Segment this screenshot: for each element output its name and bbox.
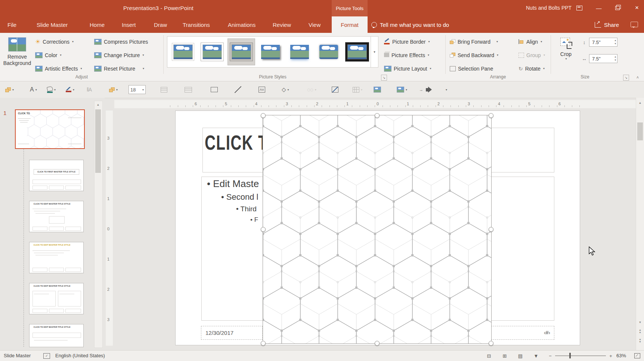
- language-label[interactable]: English (United States): [55, 353, 105, 358]
- tab-transitions[interactable]: Transitions: [182, 16, 211, 33]
- toolbar-overflow-button[interactable]: ▾: [445, 85, 447, 94]
- crop-button[interactable]: Crop ▾: [555, 35, 577, 73]
- change-picture-button[interactable]: Change Picture▾: [94, 49, 144, 61]
- resize-handle-middle-right[interactable]: [489, 227, 493, 232]
- close-button[interactable]: ×: [631, 3, 643, 13]
- tab-draw[interactable]: Draw: [153, 16, 168, 33]
- spell-check-icon[interactable]: ✓: [43, 353, 50, 359]
- tab-home[interactable]: Home: [89, 16, 105, 33]
- date-placeholder[interactable]: 12/30/2017: [201, 326, 263, 340]
- picture-style-white-frame[interactable]: [199, 39, 226, 65]
- next-slide-button[interactable]: ▼▼: [636, 337, 644, 345]
- picture-style-metal-frame-selected[interactable]: [228, 39, 255, 65]
- tab-review[interactable]: Review: [272, 16, 292, 33]
- reset-picture-button[interactable]: Reset Picture▾: [94, 63, 144, 74]
- bullet-level-2[interactable]: • Second l: [221, 192, 258, 202]
- pictures-button[interactable]: ▾: [397, 85, 407, 94]
- thumbnail-title-slide-layout[interactable]: CLICK TO FIRST MASTER TITLE STYLE: [29, 160, 84, 191]
- previous-slide-button[interactable]: ▲▲: [636, 327, 644, 335]
- align-button[interactable]: Align▾: [518, 36, 542, 47]
- scrollbar-thumb[interactable]: [637, 122, 643, 140]
- view-status-label[interactable]: Slide Master: [4, 353, 31, 358]
- zoom-in-button[interactable]: +: [607, 352, 615, 359]
- tab-format-active[interactable]: Format: [332, 16, 368, 33]
- resize-handle-bottom-middle[interactable]: [375, 341, 380, 346]
- tab-slide-master[interactable]: Slide Master: [36, 16, 68, 33]
- group-button-disabled[interactable]: Group▾: [518, 49, 545, 61]
- remove-background-button[interactable]: RemoveBackground: [2, 35, 32, 73]
- picture-style-shadow[interactable]: [257, 39, 284, 65]
- outline-color-button[interactable]: ▾: [66, 85, 74, 94]
- gallery-more-button[interactable]: ▾: [371, 37, 378, 67]
- merge-shapes-button-disabled[interactable]: ◌◌▾: [307, 85, 316, 94]
- scroll-down-icon[interactable]: ▼: [636, 319, 644, 326]
- normal-view-button[interactable]: ⊟: [485, 352, 493, 359]
- slide-sorter-view-button[interactable]: ⊞: [501, 352, 509, 359]
- font-size-combobox[interactable]: 18▾: [129, 85, 146, 94]
- scroll-up-icon[interactable]: ▲: [95, 101, 102, 108]
- scrollbar-thumb[interactable]: [95, 109, 101, 173]
- shape-height-field[interactable]: 7.5" ▴▾: [589, 38, 617, 47]
- resize-handle-bottom-right[interactable]: [489, 341, 493, 346]
- vertical-scrollbar[interactable]: ▲ ▼ ▲▲ ▼▼: [636, 98, 644, 361]
- collapse-ribbon-button[interactable]: ˄: [635, 75, 640, 80]
- align-text-button-disabled[interactable]: [161, 85, 167, 94]
- fill-color-button[interactable]: ▾: [47, 85, 56, 94]
- bullet-level-3[interactable]: • Third: [236, 205, 257, 213]
- picture-style-soft-edge[interactable]: [315, 39, 342, 65]
- height-spinner-arrows[interactable]: ▴▾: [614, 38, 616, 45]
- picture-styles-dialog-launcher[interactable]: ↘: [381, 75, 387, 81]
- resize-handle-top-middle[interactable]: [375, 113, 380, 118]
- scroll-up-icon[interactable]: ▲: [636, 99, 644, 106]
- size-dialog-launcher[interactable]: ↘: [623, 75, 629, 81]
- thumbnail-comparison-layout[interactable]: CLICK TO EDIT MASTER TITLE STYLE: [29, 324, 84, 347]
- slideshow-button[interactable]: ▼: [532, 352, 540, 359]
- shape-width-field[interactable]: 7.5" ▴▾: [589, 54, 617, 63]
- zoom-slider-track[interactable]: [555, 355, 606, 356]
- compress-pictures-button[interactable]: Compress Pictures: [94, 36, 148, 47]
- tab-animations[interactable]: Animations: [227, 16, 256, 33]
- thumbnail-title-content-layout[interactable]: CLICK TO EDIT MASTER TITLE STYLE: [29, 201, 84, 232]
- reading-view-button[interactable]: ▤: [516, 352, 524, 359]
- screenshot-button[interactable]: [374, 85, 381, 94]
- hexagon-pattern-picture[interactable]: [263, 115, 491, 343]
- fit-slide-to-window-icon[interactable]: [634, 353, 640, 358]
- width-spinner-arrows[interactable]: ▴▾: [614, 55, 616, 62]
- corrections-button[interactable]: ☀ Corrections▾: [35, 36, 74, 47]
- picture-style-simple-frame[interactable]: [170, 39, 196, 65]
- picture-style-black-frame[interactable]: [344, 39, 371, 65]
- rotate-button[interactable]: ↻ Rotate▾: [518, 63, 545, 74]
- thumbnail-slide-master-selected[interactable]: CLICK TO: [15, 109, 85, 149]
- color-button[interactable]: Color▾: [35, 49, 61, 61]
- tab-view[interactable]: View: [308, 16, 321, 33]
- thumbnail-two-content-layout[interactable]: CLICK TO EDIT MASTER TITLE STYLE: [29, 283, 84, 314]
- shapes-button[interactable]: ◇▾: [282, 85, 289, 94]
- restore-button[interactable]: [612, 3, 623, 13]
- thumbnails-scrollbar[interactable]: ▲: [94, 101, 103, 348]
- minimize-button[interactable]: —: [593, 3, 604, 13]
- picture-style-reflection[interactable]: [286, 39, 313, 65]
- picture-border-button[interactable]: Picture Border▾: [384, 36, 430, 47]
- comments-icon[interactable]: [631, 22, 638, 27]
- picture-layout-button[interactable]: Picture Layout▾: [384, 63, 431, 74]
- resize-handle-middle-left[interactable]: [261, 227, 266, 232]
- shape-quick-style-button[interactable]: ▾: [109, 85, 118, 94]
- tab-insert[interactable]: Insert: [121, 16, 137, 33]
- bullet-level-1[interactable]: • Edit Maste: [207, 178, 259, 190]
- indent-button-disabled[interactable]: [185, 85, 192, 94]
- bring-forward-button[interactable]: Bring Forward▾: [450, 36, 498, 47]
- selection-pane-button[interactable]: Selection Pane: [450, 63, 493, 74]
- text-box-button[interactable]: A≡: [258, 85, 265, 94]
- rectangle-shape-button[interactable]: [211, 85, 218, 94]
- bullet-level-4[interactable]: • F: [250, 216, 258, 224]
- table-button-disabled[interactable]: ▾: [353, 85, 362, 94]
- edit-shape-button[interactable]: [332, 85, 338, 94]
- tell-me-box[interactable]: Tell me what you want to do: [371, 16, 449, 33]
- character-spacing-button-disabled[interactable]: ‖A: [87, 85, 92, 94]
- picture-effects-button[interactable]: Picture Effects▾: [384, 49, 429, 61]
- layout-picker-button[interactable]: ▾: [5, 85, 14, 94]
- tab-file[interactable]: File: [7, 16, 17, 33]
- zoom-out-button[interactable]: −: [546, 352, 554, 359]
- share-button[interactable]: Share: [595, 16, 619, 33]
- zoom-slider-thumb[interactable]: [569, 353, 571, 358]
